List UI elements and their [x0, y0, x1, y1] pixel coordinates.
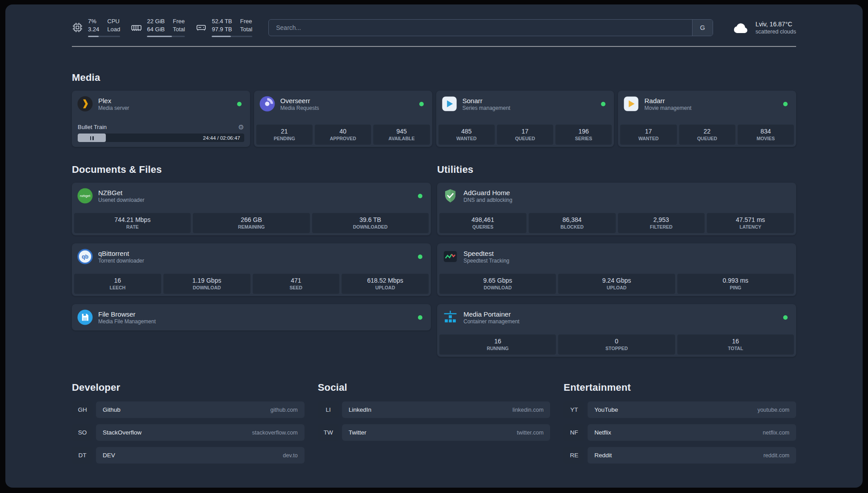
plex-now-playing: Bullet Train ⚙ 24:44 / 02:06:47: [74, 123, 248, 145]
nzbget-link[interactable]: nzbget NZBGet Usenet downloader: [74, 185, 429, 207]
radarr-link[interactable]: Radarr Movie management: [620, 93, 794, 115]
stat-download: 9.65 Gbps DOWNLOAD: [439, 274, 556, 294]
disk-icon: [196, 22, 207, 33]
service-desc: Media Requests: [280, 105, 414, 111]
section-utilities: Utilities AdGuard Home DNS and adblockin…: [437, 164, 796, 357]
section-title-entertainment: Entertainment: [563, 382, 796, 393]
search-input[interactable]: [269, 20, 692, 36]
stat-ping: 0.993 ms PING: [677, 274, 794, 294]
cpu-icon: [72, 22, 83, 33]
sonarr-link[interactable]: Sonarr Series management: [438, 93, 612, 115]
service-desc: Media server: [98, 105, 232, 111]
service-name: NZBGet: [98, 189, 413, 196]
weather-location: Lviv, 16.87°C: [755, 21, 796, 28]
status-dot: [418, 255, 422, 259]
service-name: Sonarr: [463, 97, 597, 104]
cpu-load-label: Load: [107, 26, 120, 33]
bookmark-twitter[interactable]: TW Twitter twitter.com: [318, 424, 551, 441]
qbittorrent-link[interactable]: qb qBittorrent Torrent downloader: [74, 246, 429, 267]
stat-wanted: 17 WANTED: [620, 125, 676, 145]
status-dot: [418, 315, 422, 320]
bookmark-linkedin[interactable]: LI LinkedIn linkedin.com: [318, 401, 551, 418]
resource-widgets: 7% CPU 3.24 Load 22 GiB Free: [72, 18, 252, 37]
cloud-icon: [732, 21, 750, 35]
stat-movies: 834 MOVIES: [738, 125, 794, 145]
adguard-link[interactable]: AdGuard Home DNS and adblocking: [439, 185, 794, 207]
stat-approved: 40 APPROVED: [315, 125, 371, 145]
bookmark-domain: youtube.com: [757, 407, 789, 413]
session-gear-icon: ⚙: [238, 124, 244, 130]
bookmark-name: Reddit: [594, 452, 612, 459]
stat-pending: 21 PENDING: [256, 125, 313, 145]
memory-free-value: 22 GiB: [147, 18, 165, 25]
bookmark-abbr: TW: [318, 424, 339, 441]
filebrowser-link[interactable]: File Browser Media File Management: [74, 306, 429, 328]
stat-series: 196 SERIES: [555, 125, 612, 145]
stat-downloaded: 39.6 TB DOWNLOADED: [312, 213, 429, 233]
dashboard-window: 7% CPU 3.24 Load 22 GiB Free: [5, 4, 863, 488]
stat-download: 1.19 Gbps DOWNLOAD: [163, 274, 250, 294]
adguard-icon: [442, 188, 459, 204]
bookmark-abbr: SO: [72, 424, 93, 441]
stat-queued: 22 QUEUED: [679, 125, 735, 145]
stat-remaining: 266 GB REMAINING: [193, 213, 309, 233]
stat-latency: 47.571 ms LATENCY: [707, 213, 794, 233]
plex-progress-time: 24:44 / 02:06:47: [203, 135, 244, 141]
plex-progress-bar: 24:44 / 02:06:47: [78, 134, 244, 142]
service-desc: Usenet downloader: [98, 197, 413, 203]
stat-filtered: 2,953 FILTERED: [618, 213, 705, 233]
service-name: Media Portainer: [463, 310, 778, 318]
bookmark-reddit[interactable]: RE Reddit reddit.com: [563, 447, 796, 464]
service-name: Overseerr: [280, 97, 414, 104]
filebrowser-icon: [77, 309, 93, 326]
search-provider-button[interactable]: G: [692, 20, 713, 36]
service-card-nzbget: nzbget NZBGet Usenet downloader 744.21 M…: [72, 183, 431, 235]
bookmark-abbr: DT: [72, 447, 93, 464]
speedtest-link[interactable]: Speedtest Speedtest Tracking: [439, 246, 794, 267]
search-bar: G: [268, 19, 713, 36]
bookmarks-social: Social LI LinkedIn linkedin.com TW Twitt…: [318, 382, 551, 447]
service-name: qBittorrent: [98, 250, 413, 257]
status-dot: [783, 102, 788, 106]
section-title-utilities: Utilities: [437, 164, 796, 175]
bookmark-abbr: YT: [563, 401, 584, 418]
bookmark-abbr: LI: [318, 401, 339, 418]
cpu-percent: 7%: [88, 18, 99, 25]
service-desc: Media File Management: [98, 318, 413, 325]
stat-seed: 471 SEED: [253, 274, 340, 294]
status-dot: [237, 102, 242, 106]
bookmark-netflix[interactable]: NF Netflix netflix.com: [563, 424, 796, 441]
stat-upload: 618.52 Mbps UPLOAD: [342, 274, 429, 294]
plex-icon: [77, 96, 93, 112]
memory-total-label: Total: [173, 26, 185, 33]
plex-link[interactable]: Plex Media server: [74, 93, 248, 115]
bookmark-dev[interactable]: DT DEV dev.to: [72, 447, 305, 464]
bookmark-abbr: NF: [563, 424, 584, 441]
bookmark-stackoverflow[interactable]: SO StackOverflow stackoverflow.com: [72, 424, 305, 441]
bookmark-domain: dev.to: [283, 452, 298, 459]
bookmark-youtube[interactable]: YT YouTube youtube.com: [563, 401, 796, 418]
portainer-link[interactable]: Media Portainer Container management: [439, 306, 794, 328]
service-name: Plex: [98, 97, 232, 104]
bookmark-domain: github.com: [271, 407, 298, 413]
bookmark-domain: linkedin.com: [513, 407, 543, 413]
bookmark-domain: twitter.com: [517, 430, 544, 436]
overseerr-link[interactable]: Overseerr Media Requests: [256, 93, 430, 115]
memory-icon: [131, 22, 142, 33]
memory-total-value: 64 GiB: [147, 26, 165, 33]
stat-queued: 17 QUEUED: [497, 125, 553, 145]
resource-cpu: 7% CPU 3.24 Load: [72, 18, 120, 37]
service-desc: Container management: [463, 318, 778, 325]
service-name: AdGuard Home: [463, 189, 791, 196]
service-desc: DNS and adblocking: [463, 197, 791, 203]
service-desc: Torrent downloader: [98, 258, 413, 264]
weather-condition: scattered clouds: [755, 29, 796, 35]
stat-rate: 744.21 Mbps RATE: [74, 213, 191, 233]
stat-blocked: 86,384 BLOCKED: [529, 213, 616, 233]
bookmark-github[interactable]: GH Github github.com: [72, 401, 305, 418]
section-title-media: Media: [72, 72, 796, 84]
overseerr-icon: [259, 96, 275, 112]
cpu-label: CPU: [107, 18, 120, 25]
stat-leech: 16 LEECH: [74, 274, 161, 294]
service-desc: Series management: [463, 105, 597, 111]
